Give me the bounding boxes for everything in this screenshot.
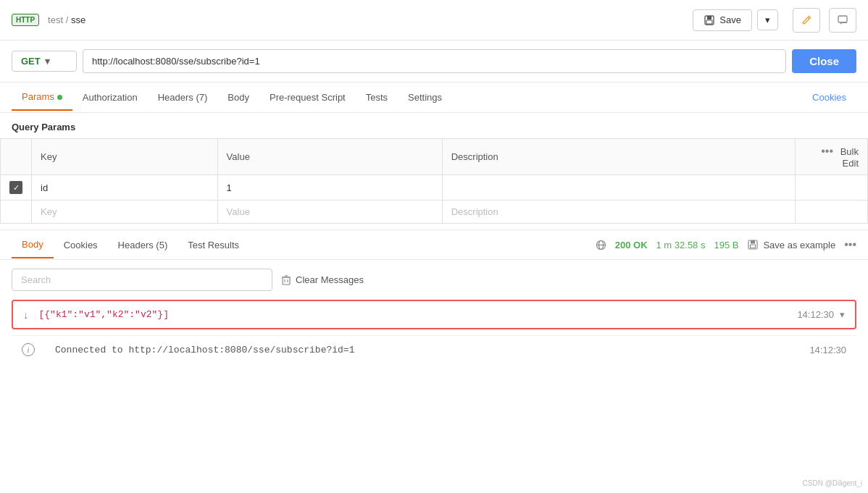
method-selector[interactable]: GET ▾ — [12, 51, 77, 72]
expand-icon[interactable]: ▾ — [840, 309, 845, 320]
breadcrumb-test[interactable]: test — [48, 14, 63, 25]
clear-messages-button[interactable]: Clear Messages — [281, 274, 364, 286]
resp-tab-body[interactable]: Body — [12, 232, 54, 258]
svg-rect-9 — [751, 245, 756, 248]
placeholder-checkbox — [1, 201, 32, 224]
placeholder-action — [796, 201, 868, 224]
tab-body[interactable]: Body — [217, 85, 259, 110]
method-chevron: ▾ — [45, 56, 50, 67]
params-dot — [57, 95, 62, 100]
breadcrumb: test / sse — [48, 14, 85, 25]
info-icon: i — [22, 343, 35, 356]
info-row: i Connected to http://localhost:8080/sse… — [12, 335, 856, 363]
col-actions: ••• Bulk Edit — [796, 139, 868, 175]
response-body: Clear Messages ↓ [{"k1":"v1","k2":"v2"}]… — [0, 260, 868, 372]
svg-rect-3 — [838, 16, 847, 22]
save-dropdown-button[interactable]: ▾ — [757, 9, 778, 30]
url-bar: GET ▾ Close — [0, 41, 868, 83]
col-value: Value — [217, 139, 442, 175]
message-time: 14:12:30 — [797, 309, 834, 320]
table-row-placeholder: Key Value Description — [1, 201, 868, 224]
response-metadata: 200 OK 1 m 32.58 s 195 B Save as example… — [596, 238, 856, 251]
row-description[interactable] — [442, 175, 795, 201]
save-example-button[interactable]: Save as example — [747, 239, 835, 250]
row-action — [796, 175, 868, 201]
col-description: Description — [442, 139, 795, 175]
resp-tab-test-results[interactable]: Test Results — [178, 232, 249, 258]
http-badge: HTTP — [12, 14, 39, 26]
response-more-button[interactable]: ••• — [844, 238, 856, 251]
save-example-icon — [747, 239, 759, 250]
row-value[interactable]: 1 — [217, 175, 442, 201]
tab-cookies[interactable]: Cookies — [802, 85, 856, 110]
placeholder-key[interactable]: Key — [32, 201, 218, 224]
svg-rect-1 — [707, 16, 711, 20]
url-input[interactable] — [83, 49, 786, 73]
tab-settings[interactable]: Settings — [398, 85, 452, 110]
bulk-edit-button[interactable]: Bulk Edit — [840, 146, 859, 169]
tab-tests[interactable]: Tests — [356, 85, 398, 110]
row-key[interactable]: id — [32, 175, 218, 201]
info-text: Connected to http://localhost:8080/sse/s… — [55, 345, 809, 355]
query-params-title: Query Params — [0, 113, 868, 138]
resp-tab-headers[interactable]: Headers (5) — [108, 232, 178, 258]
close-button[interactable]: Close — [792, 49, 856, 73]
tab-authorization[interactable]: Authorization — [72, 85, 148, 110]
breadcrumb-sse: sse — [71, 14, 85, 25]
query-params-table: Key Value Description ••• Bulk Edit ✓ id… — [0, 138, 868, 224]
tab-headers[interactable]: Headers (7) — [148, 85, 218, 110]
edit-icon — [801, 14, 812, 26]
svg-rect-8 — [751, 240, 755, 244]
breadcrumb-separator: / — [66, 14, 71, 25]
table-row: ✓ id 1 — [1, 175, 868, 201]
tab-params[interactable]: Params — [12, 84, 72, 111]
resp-tab-cookies[interactable]: Cookies — [54, 232, 108, 258]
trash-icon — [281, 274, 291, 286]
top-bar: HTTP test / sse Save ▾ — [0, 0, 868, 41]
svg-rect-10 — [283, 277, 290, 285]
response-size: 195 B — [714, 240, 738, 250]
more-options-button[interactable]: ••• — [817, 145, 838, 158]
info-time: 14:12:30 — [809, 345, 846, 355]
method-label: GET — [21, 56, 41, 67]
status-badge: 200 OK — [615, 240, 648, 250]
checkbox-checked[interactable]: ✓ — [9, 181, 22, 194]
comment-icon — [837, 14, 848, 26]
tab-pre-request-script[interactable]: Pre-request Script — [259, 85, 356, 110]
request-tabs-bar: Params Authorization Headers (7) Body Pr… — [0, 83, 868, 113]
message-content[interactable]: [{"k1":"v1","k2":"v2"}] — [39, 309, 798, 320]
response-tabs-bar: Body Cookies Headers (5) Test Results 20… — [0, 229, 868, 260]
watermark: CSDN @Diligent_i — [803, 479, 862, 487]
svg-rect-2 — [706, 20, 712, 24]
col-checkbox — [1, 139, 32, 175]
globe-icon — [596, 240, 606, 250]
download-arrow-icon: ↓ — [23, 308, 29, 321]
placeholder-value[interactable]: Value — [217, 201, 442, 224]
response-time: 1 m 32.58 s — [656, 240, 706, 250]
row-checkbox-cell[interactable]: ✓ — [1, 175, 32, 201]
comment-button[interactable] — [829, 8, 856, 33]
save-button[interactable]: Save — [693, 9, 752, 31]
edit-button[interactable] — [793, 8, 820, 33]
save-icon — [704, 14, 715, 26]
col-key: Key — [32, 139, 218, 175]
message-row: ↓ [{"k1":"v1","k2":"v2"}] 14:12:30 ▾ — [12, 300, 856, 329]
placeholder-description[interactable]: Description — [442, 201, 795, 224]
search-row: Clear Messages — [12, 269, 856, 291]
chevron-down-icon: ▾ — [765, 14, 770, 25]
search-input[interactable] — [12, 269, 272, 291]
